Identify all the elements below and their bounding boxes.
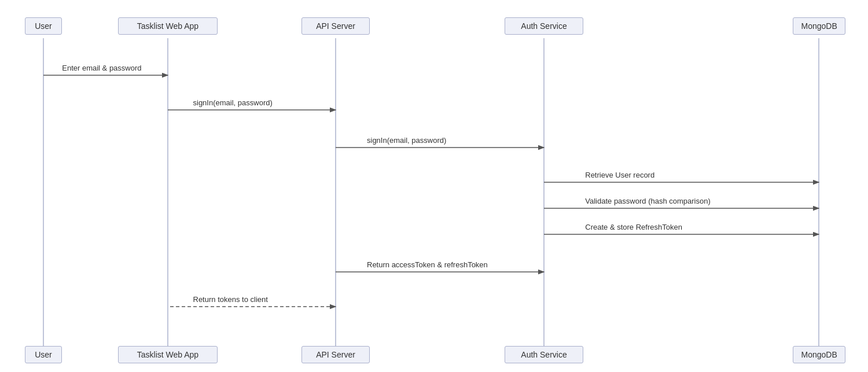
actor-bottom-api: API Server [301, 346, 370, 363]
actor-top-webapp: Tasklist Web App [118, 17, 218, 35]
message-label-msg6: Create & store RefreshToken [585, 223, 682, 231]
message-label-msg3: signIn(email, password) [367, 136, 446, 145]
actor-bottom-mongo: MongoDB [793, 346, 845, 363]
actor-bottom-user: User [25, 346, 62, 363]
message-label-msg5: Validate password (hash comparison) [585, 197, 711, 205]
message-label-msg4: Retrieve User record [585, 171, 654, 179]
actor-top-user: User [25, 17, 62, 35]
message-label-msg2: signIn(email, password) [193, 98, 273, 107]
actor-top-api: API Server [301, 17, 370, 35]
actor-top-mongo: MongoDB [793, 17, 845, 35]
actor-bottom-auth: Auth Service [505, 346, 583, 363]
actor-bottom-webapp: Tasklist Web App [118, 346, 218, 363]
message-label-msg7: Return accessToken & refreshToken [367, 260, 488, 269]
arrows-svg [0, 0, 868, 372]
message-label-msg8: Return tokens to client [193, 295, 268, 304]
sequence-diagram: UserUserTasklist Web AppTasklist Web App… [0, 0, 868, 372]
actor-top-auth: Auth Service [505, 17, 583, 35]
message-label-msg1: Enter email & password [62, 64, 141, 72]
